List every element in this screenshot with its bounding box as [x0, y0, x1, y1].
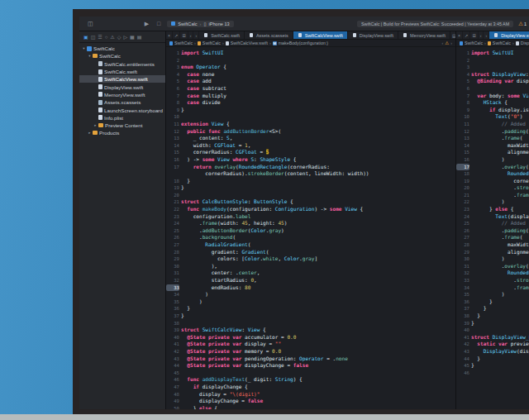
code-token: display = — [245, 341, 275, 346]
run-button[interactable]: ▶ — [145, 21, 149, 26]
file-tree-item[interactable]: DisplayView.swift — [79, 83, 165, 90]
debug-icon[interactable]: ▷ — [123, 35, 127, 40]
line-number: 32 — [456, 270, 469, 277]
line-number: 30 — [456, 255, 469, 263]
line-number: 44 — [456, 356, 469, 363]
line-number: 3 — [456, 64, 469, 71]
code-token: @State private var — [187, 356, 245, 361]
project-icon — [460, 41, 463, 45]
code-line: .stroke() — [471, 277, 529, 284]
file-tree-item[interactable]: SwiftCalc.swift — [79, 68, 165, 75]
editor-tab[interactable]: MemoryView.swift — [398, 31, 450, 39]
breadcrumb-item[interactable]: SwiftCalc — [493, 41, 511, 45]
code-line: case add — [181, 78, 455, 85]
disclosure-icon[interactable]: ▸ — [88, 131, 92, 135]
code-token: HStack — [484, 99, 502, 105]
tab-label: Assets.xcassets — [256, 33, 288, 38]
code-line: return overlay(RoundedRectangle(cornerRa… — [181, 164, 455, 171]
code-token — [471, 270, 508, 275]
code-token: _ content: — [181, 135, 226, 141]
file-tree-item[interactable]: ▸Preview Content — [79, 122, 165, 129]
issues-icon[interactable]: ⚠ — [110, 35, 114, 40]
code-line: case divide — [181, 99, 455, 107]
close-icon[interactable]: × — [456, 31, 463, 39]
code-line: width: CGFloat = 1, — [181, 142, 455, 150]
code-token: cornerRadius: — [181, 149, 236, 155]
sidebar-toggle-icon[interactable]: ◫ — [88, 21, 93, 26]
file-tree-item[interactable]: SwiftCalcView.swift — [79, 75, 165, 83]
activity-view[interactable]: SwiftCalc | Build for Previews SwiftCalc… — [357, 21, 513, 27]
editor-tab[interactable]: DisplayView.swift — [348, 31, 398, 39]
file-tree-item[interactable]: SwiftCalc.entitlements — [79, 60, 165, 68]
code-editor-content[interactable]: import SwiftUIenum Operator { case none … — [181, 50, 455, 409]
tab-label: DisplayView.swift — [501, 33, 529, 38]
code-token: { — [502, 99, 508, 105]
file-tree-item[interactable]: LaunchScreen.storyboard — [79, 106, 165, 113]
grid-icon[interactable]: ⊞ — [180, 31, 188, 39]
line-number: 34 — [456, 284, 469, 292]
grid-icon[interactable]: ⊞ — [470, 31, 478, 39]
code-token: frame — [504, 135, 519, 141]
code-token — [471, 121, 502, 126]
code-token: . — [471, 263, 504, 269]
primary-code-area[interactable]: 1234567891011121314151617181920212223242… — [166, 47, 455, 409]
line-number: 27 — [456, 234, 469, 241]
expand-icon[interactable]: ↗ — [173, 31, 180, 39]
forward-icon[interactable]: › — [484, 31, 489, 39]
project-navigator-icon[interactable]: ▣ — [83, 35, 88, 40]
file-tree-item[interactable]: Info.plist — [79, 114, 165, 122]
back-icon[interactable]: ‹ — [442, 41, 444, 45]
reports-icon[interactable]: ▤ — [137, 35, 142, 40]
code-token: maxWidth: . — [471, 142, 529, 148]
editor-tab[interactable]: SwiftCalc.swift — [199, 31, 245, 39]
secondary-breadcrumb: SwiftCalc›SwiftCalc›DisplayView.swift — [456, 40, 529, 47]
close-icon[interactable]: × — [166, 31, 173, 39]
breadcrumb-item[interactable]: SwiftCalc — [174, 41, 193, 45]
breadcrumb-item[interactable]: SwiftCalc — [203, 41, 221, 45]
secondary-code-area[interactable]: 1234567891011121314151617181920212223242… — [456, 47, 529, 409]
folder-icon — [198, 41, 201, 45]
breadcrumb-item[interactable]: makeBody(configuration:) — [279, 41, 328, 45]
scheme-selector[interactable]: SwiftCalc › ▯ iPhone 13 — [167, 21, 233, 27]
tests-icon[interactable]: ◇ — [117, 35, 122, 40]
editor-tab[interactable]: DisplayView.swift — [489, 31, 529, 39]
breadcrumb-item[interactable]: SwiftCalc — [465, 41, 483, 45]
back-icon[interactable]: ‹ — [188, 31, 194, 39]
code-token: func — [187, 376, 202, 382]
disclosure-icon[interactable]: ▾ — [88, 54, 92, 58]
find-icon[interactable]: ○ — [105, 35, 108, 40]
file-tree-item[interactable]: MemoryView.swift — [79, 91, 165, 98]
file-tree-item[interactable]: ▾SwiftCalc — [79, 52, 165, 60]
line-number: 19 — [166, 184, 179, 192]
file-tree-item[interactable]: ▸Products — [79, 129, 165, 136]
disclosure-icon[interactable]: ▾ — [82, 46, 86, 50]
code-line: } — [471, 320, 529, 327]
expand-icon[interactable]: ↗ — [463, 31, 470, 39]
forward-icon[interactable]: › — [193, 31, 199, 39]
bookmarks-icon[interactable]: ☰ — [98, 35, 102, 40]
editor-tab[interactable]: SwiftCalcView.swift — [293, 31, 348, 39]
source-control-icon[interactable]: ◫ — [91, 35, 96, 40]
code-token: displayChange = — [245, 362, 293, 368]
disclosure-icon[interactable]: ▸ — [93, 123, 98, 127]
editor-options-icon[interactable]: ▤ — [450, 31, 455, 39]
code-token: DisplayView — [493, 71, 526, 77]
back-icon[interactable]: ‹ — [479, 31, 484, 39]
line-number-gutter: 1234567891011121314151617181920212223242… — [456, 50, 471, 409]
code-line: .frame( — [471, 135, 529, 142]
warning-icon[interactable]: ⚠ — [445, 41, 449, 45]
breakpoints-icon[interactable]: ▦ — [130, 35, 135, 40]
code-editor-content[interactable]: import SwiftUIstruct DisplayView: View {… — [471, 50, 529, 409]
line-number: 35 — [456, 291, 469, 298]
breadcrumb-item[interactable]: DisplayView.swift — [521, 41, 529, 45]
stop-button[interactable]: □ — [157, 21, 160, 26]
file-tree-item[interactable]: Assets.xcassets — [79, 98, 165, 106]
line-number: 6 — [166, 85, 179, 93]
forward-icon[interactable]: › — [450, 41, 452, 45]
warning-badge[interactable]: ⚠ 1 — [518, 21, 527, 27]
code-token: else — [199, 405, 212, 409]
breadcrumb-item[interactable]: SwiftCalcView.swift — [231, 41, 268, 45]
editor-tab[interactable]: Assets.xcassets — [245, 31, 293, 39]
file-tree-item[interactable]: ▾SwiftCalc — [79, 45, 165, 52]
code-token: , — [254, 277, 257, 283]
